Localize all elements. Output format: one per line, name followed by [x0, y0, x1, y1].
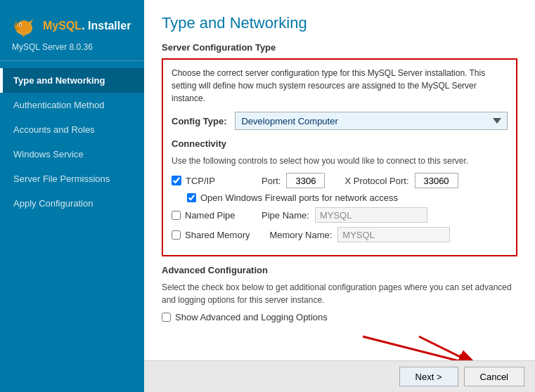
sidebar-item-accounts-roles[interactable]: Accounts and Roles [0, 117, 144, 142]
config-type-select[interactable]: Development Computer Server Computer Ded… [235, 112, 508, 130]
tcpip-row: TCP/IP Port: X Protocol Port: [172, 173, 508, 188]
pipe-name-input[interactable] [315, 207, 427, 223]
xprotocol-input[interactable] [415, 173, 458, 188]
connectivity-section-title: Connectivity [172, 138, 508, 149]
firewall-label[interactable]: Open Windows Firewall ports for network … [187, 192, 398, 203]
named-pipe-row: Named Pipe Pipe Name: [172, 207, 508, 223]
sidebar-item-windows-service[interactable]: Windows Service [0, 142, 144, 166]
named-pipe-label[interactable]: Named Pipe [172, 210, 242, 221]
advanced-logging-row: Show Advanced and Logging Options [162, 312, 517, 322]
main-panel: Type and Networking Server Configuration… [144, 0, 535, 392]
sidebar-item-type-networking[interactable]: Type and Networking [0, 68, 144, 93]
server-config-box: Choose the correct server configuration … [162, 58, 517, 256]
memory-name-input[interactable] [337, 227, 450, 242]
connectivity-description: Use the following controls to select how… [172, 155, 508, 167]
xprotocol-label: X Protocol Port: [344, 176, 408, 186]
advanced-logging-text: Show Advanced and Logging Options [175, 312, 328, 322]
port-input[interactable] [286, 173, 325, 188]
page-title: Type and Networking [162, 14, 517, 32]
server-config-section-title: Server Configuration Type [162, 42, 517, 53]
sidebar-item-authentication-method[interactable]: Authentication Method [0, 93, 144, 117]
svg-line-6 [419, 337, 479, 360]
firewall-checkbox[interactable] [187, 193, 196, 202]
shared-memory-text: Shared Memory [185, 230, 250, 240]
sidebar-item-server-file-permissions[interactable]: Server File Permissions [0, 166, 144, 191]
cancel-button[interactable]: Cancel [464, 367, 524, 386]
sidebar-logo: MySQL. Installer MySQL Server 8.0.36 [0, 0, 144, 61]
tcpip-text: TCP/IP [186, 176, 242, 186]
memory-name-label: Memory Name: [269, 230, 332, 240]
next-button[interactable]: Next > [399, 367, 458, 386]
product-name: MySQL. Installer [43, 20, 131, 32]
tcpip-label[interactable]: TCP/IP [172, 176, 242, 186]
config-type-label: Config Type: [172, 116, 226, 126]
advanced-config-section: Advanced Configuration Select the check … [162, 265, 517, 322]
svg-point-3 [20, 24, 21, 25]
config-description: Choose the correct server configuration … [172, 67, 508, 105]
advanced-config-title: Advanced Configuration [162, 265, 517, 275]
advanced-logging-checkbox[interactable] [162, 313, 171, 322]
sidebar: MySQL. Installer MySQL Server 8.0.36 Typ… [0, 0, 144, 392]
advanced-logging-label[interactable]: Show Advanced and Logging Options [162, 312, 328, 322]
named-pipe-checkbox[interactable] [172, 211, 181, 220]
firewall-row: Open Windows Firewall ports for network … [187, 192, 508, 203]
firewall-text: Open Windows Firewall ports for network … [200, 192, 398, 203]
sidebar-navigation: Type and Networking Authentication Metho… [0, 68, 144, 392]
sidebar-item-apply-configuration[interactable]: Apply Configuration [0, 191, 144, 216]
port-label: Port: [262, 176, 281, 186]
advanced-config-description: Select the check box below to get additi… [162, 281, 517, 306]
named-pipe-text: Named Pipe [185, 210, 241, 221]
shared-memory-checkbox[interactable] [172, 230, 181, 240]
config-type-row: Config Type: Development Computer Server… [172, 112, 508, 130]
product-version: MySQL Server 8.0.36 [11, 42, 134, 52]
red-arrow-icon [307, 329, 517, 360]
pipe-name-label: Pipe Name: [262, 210, 309, 221]
shared-memory-row: Shared Memory Memory Name: [172, 227, 508, 242]
shared-memory-label[interactable]: Shared Memory [172, 230, 250, 240]
tcpip-checkbox[interactable] [172, 176, 181, 185]
main-content: Type and Networking Server Configuration… [144, 0, 535, 360]
arrow-annotation [162, 329, 517, 360]
svg-point-1 [17, 20, 31, 33]
footer: Next > Cancel [144, 360, 535, 392]
mysql-dolphin-icon [11, 13, 37, 39]
